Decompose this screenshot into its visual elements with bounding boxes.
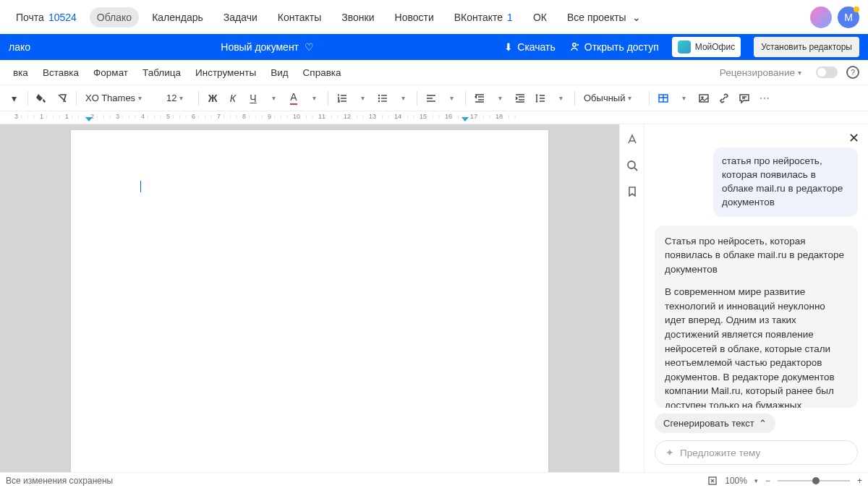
insert-table-icon[interactable] xyxy=(654,89,673,108)
download-icon: ⬇ xyxy=(504,41,513,53)
zoom-in-button[interactable]: + xyxy=(857,476,862,486)
bookmark-icon[interactable] xyxy=(626,185,639,198)
svg-rect-6 xyxy=(381,100,387,101)
share-button[interactable]: Открыть доступ xyxy=(569,41,659,53)
ruler-number: 6 xyxy=(192,113,195,120)
nav-tasks[interactable]: Задачи xyxy=(216,7,265,27)
user-avatar[interactable]: М xyxy=(838,7,859,28)
chevron-up-icon: ⌃ xyxy=(759,418,767,429)
bullet-dropdown[interactable]: ▾ xyxy=(393,89,412,108)
more-tools-icon[interactable]: ⋯ xyxy=(755,89,774,108)
page[interactable] xyxy=(71,130,548,472)
zoom-out-button[interactable]: − xyxy=(765,476,770,486)
main-area: ✕ статья про нейросеть, которая появилас… xyxy=(0,124,868,472)
generate-text-button[interactable]: Сгенерировать текст ⌃ xyxy=(655,414,775,433)
line-spacing-icon[interactable] xyxy=(531,89,550,108)
more-text-dropdown[interactable]: ▾ xyxy=(264,89,283,108)
zoom-slider[interactable] xyxy=(778,480,850,481)
style-select[interactable]: Обычный ▾ xyxy=(579,89,644,108)
search-icon[interactable] xyxy=(626,159,639,172)
favorite-icon[interactable]: ♡ xyxy=(305,41,314,53)
ruler-number: 2 xyxy=(90,113,94,120)
track-changes-toggle[interactable] xyxy=(816,67,838,78)
font-family-select[interactable]: XO Thames ▾ xyxy=(81,89,161,108)
nav-calendar[interactable]: Календарь xyxy=(145,7,210,27)
text-color-button[interactable]: А xyxy=(284,89,303,108)
menu-insert[interactable]: Вставка xyxy=(35,64,86,81)
formatting-toolbar: ▾ XO Thames ▾ 12 ▾ Ж К Ч ▾ А ▾ ▾ ▾ ▾ ▾ ▾… xyxy=(0,85,868,111)
menu-help[interactable]: Справка xyxy=(296,64,349,81)
italic-button[interactable]: К xyxy=(224,89,242,108)
right-indent-marker-icon[interactable] xyxy=(461,117,469,124)
save-status: Все изменения сохранены xyxy=(6,476,113,486)
chevron-down-icon: ▾ xyxy=(138,94,142,102)
horizontal-ruler[interactable]: 3|||1|||1|||2|||3|||4|||5|||6|||7|||8|||… xyxy=(0,111,868,124)
install-editors-button[interactable]: Установить редакторы xyxy=(754,37,859,57)
status-bar: Все изменения сохранены 100% ▾ − + xyxy=(0,472,868,488)
svg-point-9 xyxy=(702,97,703,98)
indent-increase-icon[interactable] xyxy=(511,89,529,108)
indent-dropdown[interactable]: ▾ xyxy=(490,89,509,108)
zoom-value[interactable]: 100% xyxy=(725,476,747,486)
moyoffice-icon xyxy=(678,40,691,53)
chevron-down-icon[interactable]: ▾ xyxy=(754,477,758,484)
help-icon[interactable]: ? xyxy=(846,66,859,79)
paint-format-icon[interactable] xyxy=(33,89,51,108)
insert-link-icon[interactable] xyxy=(715,89,733,108)
chevron-down-icon: ▾ xyxy=(798,69,801,77)
moyoffice-label: МойОфис xyxy=(695,42,735,52)
spacing-dropdown[interactable]: ▾ xyxy=(551,89,570,108)
text-style-panel-icon[interactable] xyxy=(626,133,639,146)
nav-projects[interactable]: Все проекты ⌄ xyxy=(560,7,648,27)
ruler-number: 3 xyxy=(116,113,119,120)
clear-format-icon[interactable] xyxy=(53,89,72,108)
list-dropdown[interactable]: ▾ xyxy=(353,89,372,108)
fit-page-icon[interactable] xyxy=(707,476,718,486)
nav-mail[interactable]: Почта 10524 xyxy=(9,7,84,27)
zoom-thumb[interactable] xyxy=(812,477,820,484)
nav-news[interactable]: Новости xyxy=(388,7,441,27)
ruler-number: 4 xyxy=(141,113,145,120)
bold-button[interactable]: Ж xyxy=(203,89,222,108)
indent-decrease-icon[interactable] xyxy=(470,89,489,108)
nav-vk[interactable]: ВКонтакте 1 xyxy=(447,7,520,27)
menu-view[interactable]: Вид xyxy=(263,64,295,81)
moyoffice-badge[interactable]: МойОфис xyxy=(672,37,741,57)
sparkle-icon: ✦ xyxy=(665,447,674,458)
review-dropdown[interactable]: Рецензирование ▾ xyxy=(714,67,807,78)
font-size-select[interactable]: 12 ▾ xyxy=(162,89,194,108)
menu-table[interactable]: Таблица xyxy=(135,64,188,81)
menu-tools[interactable]: Инструменты xyxy=(188,64,263,81)
insert-image-icon[interactable] xyxy=(694,89,713,108)
chevron-down-icon: ▾ xyxy=(628,94,631,102)
undo-dropdown-icon[interactable]: ▾ xyxy=(4,89,23,108)
numbered-list-icon[interactable] xyxy=(333,89,352,108)
close-icon[interactable]: ✕ xyxy=(848,130,859,146)
align-dropdown[interactable]: ▾ xyxy=(442,89,461,108)
menu-item[interactable]: вка xyxy=(6,64,35,81)
font-size-value: 12 xyxy=(166,93,176,103)
menu-format[interactable]: Формат xyxy=(86,64,135,81)
document-title[interactable]: Новый документ xyxy=(221,41,299,53)
nav-calls[interactable]: Звонки xyxy=(334,7,381,27)
ai-avatar-icon[interactable] xyxy=(810,7,832,28)
nav-contacts[interactable]: Контакты xyxy=(271,7,328,27)
nav-ok[interactable]: ОК xyxy=(526,7,554,27)
svg-point-2 xyxy=(378,97,380,98)
text-color-dropdown[interactable]: ▾ xyxy=(305,89,323,108)
download-button[interactable]: ⬇ Скачать xyxy=(504,41,556,53)
table-dropdown[interactable]: ▾ xyxy=(674,89,693,108)
breadcrumb[interactable]: лако xyxy=(9,41,30,53)
nav-mail-label: Почта xyxy=(16,12,44,23)
ruler-number: 9 xyxy=(268,113,271,120)
align-left-icon[interactable] xyxy=(422,89,441,108)
bullet-list-icon[interactable] xyxy=(373,89,392,108)
insert-comment-icon[interactable] xyxy=(735,89,754,108)
ai-prompt-input[interactable]: ✦ Предложите тему xyxy=(655,440,858,465)
ruler-number: 1 xyxy=(40,113,43,120)
ai-placeholder: Предложите тему xyxy=(680,448,760,458)
nav-cloud[interactable]: Облако xyxy=(90,7,139,27)
underline-button[interactable]: Ч xyxy=(244,89,263,108)
document-header: лако Новый документ ♡ ⬇ Скачать Открыть … xyxy=(0,34,868,60)
document-canvas[interactable] xyxy=(0,124,619,472)
